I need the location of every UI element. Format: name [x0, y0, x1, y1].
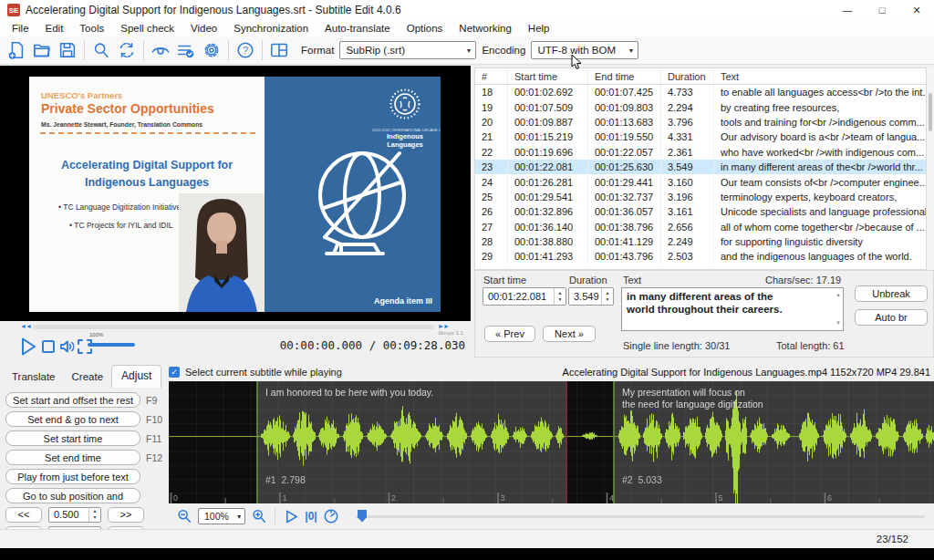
minimize-button[interactable]: — [830, 0, 865, 20]
next-button[interactable]: Next » [543, 326, 596, 342]
maximize-button[interactable]: □ [865, 0, 899, 20]
menu-item-options[interactable]: Options [399, 20, 451, 36]
play-button[interactable] [18, 336, 38, 358]
visual-sync-button[interactable] [149, 39, 172, 61]
encoding-label: Encoding [482, 45, 525, 56]
unbreak-button[interactable]: Unbreak [855, 285, 928, 302]
start-time-input[interactable]: 00:01:22.081 ▲▼ [483, 287, 566, 306]
duration-input[interactable]: 3.549 ▲▼ [568, 287, 614, 306]
table-row[interactable]: 2000:01:09.88700:01:13.6833.796tools and… [475, 115, 926, 130]
duration-value: 3.549 [574, 291, 599, 302]
chevron-down-icon: ▼ [458, 47, 472, 54]
set-end-time-button[interactable]: Set end time [5, 450, 140, 465]
cell-start: 00:01:02.692 [508, 85, 588, 99]
go-to-sub-position-and-button[interactable]: Go to sub position and [5, 488, 140, 503]
seek-back-icon[interactable]: ◄◄ [20, 323, 31, 329]
subtitle-list-scrollbar[interactable] [927, 67, 934, 270]
table-row[interactable]: 2300:01:22.08100:01:25.6303.549in many d… [475, 160, 926, 174]
format-value: SubRip (.srt) [346, 45, 405, 56]
menu-item-auto-translate[interactable]: Auto-translate [317, 20, 399, 36]
close-button[interactable]: ✕ [899, 0, 934, 20]
scrollbar-thumb[interactable] [929, 93, 932, 131]
playback-speed-button[interactable] [321, 507, 341, 525]
spinner-arrows-icon[interactable]: ▲▼ [601, 288, 613, 305]
layout-button[interactable] [267, 39, 291, 61]
scroll-up-icon[interactable]: ▲ [835, 292, 841, 299]
column-header-text[interactable]: Text [714, 68, 926, 84]
step-back-button[interactable]: << [5, 507, 42, 523]
column-header-end-time[interactable]: End time [588, 68, 661, 84]
column-header-duration[interactable]: Duration [661, 68, 714, 84]
zero-label: |0| [305, 510, 317, 523]
auto-br-button[interactable]: Auto br [855, 309, 928, 326]
spinner-arrows-icon[interactable]: ▲▼ [554, 288, 566, 305]
set-end-go-to-next-button[interactable]: Set end & go to next [5, 411, 140, 427]
fullscreen-button[interactable] [77, 338, 93, 355]
subtitle-text-input[interactable]: in many different areas of theworld thro… [621, 287, 844, 331]
help-button[interactable]: ? [234, 39, 257, 61]
menu-item-file[interactable]: File [4, 20, 37, 36]
zoom-in-button[interactable] [249, 507, 269, 525]
find-button[interactable] [89, 39, 113, 61]
table-row[interactable]: 1900:01:07.50900:01:09.8032.294by creati… [475, 99, 926, 114]
seek-forward-icon[interactable]: ►► [438, 323, 449, 329]
volume-slider[interactable] [88, 343, 135, 347]
video-player[interactable]: UNESCO's Partners Private Sector Opportu… [0, 66, 471, 321]
spinner-arrows-icon[interactable]: ▲▼ [88, 508, 100, 522]
table-row[interactable]: 2400:01:26.28100:01:29.4413.160Our team … [475, 174, 926, 189]
separator [275, 508, 275, 524]
menu-item-edit[interactable]: Edit [37, 20, 72, 36]
waveform-zoom-dropdown[interactable]: 100% ▼ [198, 508, 245, 524]
menu-item-spell-check[interactable]: Spell check [112, 20, 182, 36]
zoom-out-button[interactable] [174, 507, 194, 525]
cell-duration: 2.294 [661, 99, 714, 114]
set-start-and-offset-the-rest-button[interactable]: Set start and offset the rest [5, 392, 140, 408]
play-from-just-before-text-button[interactable]: Play from just before text [5, 469, 140, 484]
table-row[interactable]: 2800:01:38.88000:01:41.1292.249for suppo… [475, 234, 926, 249]
open-file-button[interactable] [30, 39, 54, 61]
play-from-zero-button[interactable]: |0| [301, 507, 321, 525]
slide-bullet: • TC Language Digitization Initiative [58, 202, 181, 212]
mute-button[interactable] [58, 337, 77, 356]
step-value-input[interactable]: 0.500 ▲▼ [48, 507, 101, 523]
prev-button[interactable]: « Prev [484, 326, 535, 342]
set-start-time-button[interactable]: Set start time [5, 430, 140, 446]
cell-number: 26 [475, 204, 508, 219]
table-row[interactable]: 2100:01:15.21900:01:19.5504.331Our advis… [475, 130, 926, 144]
tab-create[interactable]: Create [64, 368, 112, 386]
menu-item-help[interactable]: Help [520, 20, 558, 36]
scroll-down-icon[interactable]: ▼ [835, 320, 841, 327]
waveform-canvas[interactable] [169, 381, 934, 503]
video-seek-bar[interactable] [33, 325, 434, 329]
table-row[interactable]: 2200:01:19.69600:01:22.0572.361who have … [475, 145, 926, 160]
menu-item-video[interactable]: Video [182, 20, 225, 36]
waveform-scrollbar[interactable] [356, 515, 925, 518]
table-row[interactable]: 2700:01:36.14000:01:38.7962.656all of wh… [475, 220, 926, 234]
menu-item-tools[interactable]: Tools [71, 20, 112, 36]
column-header-[interactable]: # [475, 68, 508, 84]
subtitle-list[interactable]: #Start timeEnd timeDurationText 1800:01:… [474, 67, 927, 270]
save-button[interactable] [56, 39, 79, 61]
position-marker[interactable] [358, 510, 367, 523]
new-file-button[interactable] [5, 39, 28, 61]
tab-translate[interactable]: Translate [4, 368, 64, 386]
toolbar-separator [143, 40, 144, 60]
step-forward-button[interactable]: >> [108, 507, 144, 523]
replace-button[interactable] [115, 39, 139, 61]
table-row[interactable]: 1800:01:02.69200:01:07.4254.733to enable… [475, 85, 926, 99]
menu-item-synchronization[interactable]: Synchronization [225, 20, 317, 36]
fix-errors-button[interactable] [174, 39, 198, 61]
table-row[interactable]: 2600:01:32.89600:01:36.0573.161Unicode s… [475, 204, 926, 219]
wave-play-button[interactable] [281, 507, 301, 525]
select-current-checkbox[interactable]: ✓ [169, 367, 180, 378]
table-row[interactable]: 2500:01:29.54100:01:32.7373.196terminolo… [475, 190, 926, 204]
format-dropdown[interactable]: SubRip (.srt) ▼ [339, 41, 476, 59]
step-value: 0.500 [54, 509, 79, 520]
table-row[interactable]: 2900:01:41.29300:01:43.7962.503and the i… [475, 249, 926, 264]
menu-item-networking[interactable]: Networking [451, 20, 520, 36]
stop-button[interactable] [40, 338, 57, 355]
encoding-dropdown[interactable]: UTF-8 with BOM ▼ [531, 41, 638, 59]
settings-button[interactable] [200, 39, 223, 61]
cell-number: 18 [475, 85, 508, 99]
tab-adjust[interactable]: Adjust [111, 365, 161, 388]
